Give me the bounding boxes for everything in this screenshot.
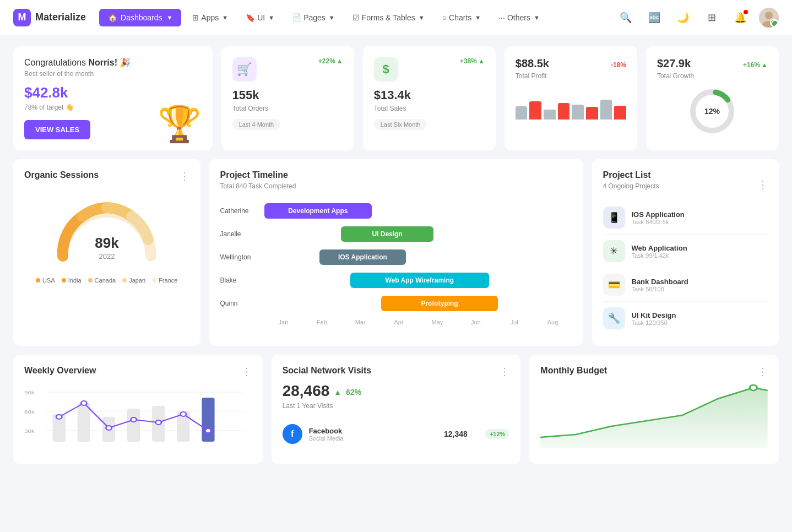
project-item-info: Web Application Task 99/1.42k [632, 244, 768, 259]
project-list-item: ✳ Web Application Task 99/1.42k [603, 235, 768, 268]
notifications-button[interactable]: 🔔 [730, 8, 750, 28]
monthly-budget-card: Monthly Budget ⋮ [529, 355, 779, 464]
apps-label: Apps [201, 13, 219, 22]
facebook-name: Facebook [309, 427, 437, 435]
sales-tag: Last Six Month [374, 119, 427, 130]
project-list-items: 📱 IOS Application Task 840/2.5k ✳ Web Ap… [603, 201, 768, 335]
project-list-item: 💳 Bank Dashboard Task 58/100 [603, 268, 768, 302]
svg-point-29 [750, 385, 757, 390]
chevron-down-icon: ▼ [475, 14, 481, 21]
congrats-subtitle: Best seller of the month [24, 70, 202, 78]
organic-sessions-menu[interactable]: ⋮ [180, 170, 189, 182]
project-item-name: IOS Application [632, 210, 768, 219]
legend-usa: USA [36, 277, 55, 284]
trophy-icon: 🏆 [158, 104, 202, 145]
stat-sales-header: $ +38% ▲ [374, 57, 485, 82]
project-list-card: Project List 4 Ongoing Projects ⋮ 📱 IOS … [592, 159, 779, 346]
weekly-overview-chart: 90k 60k 30k [24, 387, 252, 453]
charts-icon: ○ [442, 13, 447, 22]
view-sales-button[interactable]: VIEW SALES [24, 120, 90, 139]
chevron-down-icon: ▼ [329, 14, 335, 21]
charts-nav-item[interactable]: ○ Charts ▼ [436, 9, 488, 26]
project-item-icon: 📱 [603, 207, 625, 229]
theme-toggle-button[interactable]: 🌙 [673, 8, 693, 28]
timeline-title: Project Timeline [220, 170, 296, 180]
monthly-budget-chart [540, 382, 768, 448]
chevron-down-icon: ▼ [419, 14, 425, 21]
sales-badge: +38% ▲ [460, 57, 485, 65]
orders-tag: Last 4 Month [232, 119, 281, 130]
logo: M Materialize [13, 9, 86, 26]
ui-icon: 🔖 [246, 13, 255, 22]
pages-nav-item[interactable]: 📄 Pages ▼ [285, 9, 341, 26]
svg-text:12%: 12% [704, 107, 720, 116]
top-cards-row: Congratulations Norris! 🎉 Best seller of… [13, 46, 779, 150]
svg-text:89k: 89k [95, 235, 119, 251]
timeline-bar: Web App Wireframing [350, 273, 489, 288]
svg-point-23 [106, 426, 111, 430]
legend-usa-dot [36, 278, 40, 283]
chevron-down-icon: ▼ [268, 14, 274, 21]
total-growth-card: $27.9k +16% ▲ Total Growth 12% [646, 46, 779, 150]
avatar[interactable] [759, 8, 779, 28]
forms-tables-nav-item[interactable]: ☑ Forms & Tables ▼ [346, 9, 431, 26]
orders-icon: 🛒 [232, 57, 257, 82]
sales-value: $13.4k [374, 88, 485, 102]
profit-label: Total Profit [516, 72, 626, 80]
svg-point-25 [156, 420, 161, 425]
timeline-track: IOS Application [264, 249, 572, 265]
profit-bar [516, 106, 528, 120]
ui-nav-item[interactable]: 🔖 UI ▼ [239, 9, 281, 26]
svg-text:2022: 2022 [99, 252, 115, 260]
svg-point-26 [181, 412, 186, 416]
social-network-header: Social Network Visits ⋮ [283, 366, 510, 378]
orders-label: Total Orders [232, 105, 343, 112]
charts-label: Charts [449, 13, 471, 22]
grid-view-button[interactable]: ⊞ [702, 8, 722, 28]
translate-button[interactable]: 🔤 [644, 8, 664, 28]
congrats-title: Congratulations Norris! 🎉 [24, 57, 202, 68]
sales-label: Total Sales [374, 105, 485, 112]
legend-japan: Japan [122, 277, 145, 284]
svg-point-21 [56, 415, 62, 419]
legend-japan-label: Japan [129, 277, 145, 284]
svg-rect-20 [202, 398, 214, 442]
project-item-icon: 🔧 [603, 307, 625, 329]
weekly-overview-menu[interactable]: ⋮ [242, 366, 252, 378]
logo-icon: M [13, 9, 31, 26]
timeline-person-name: Blake [220, 276, 264, 284]
dashboards-label: Dashboards [121, 13, 162, 22]
social-item-facebook: f Facebook Social Media 12,348 +12% [283, 419, 510, 449]
profit-badge: -18% [611, 61, 626, 69]
svg-point-27 [205, 428, 211, 433]
total-sales-card: $ +38% ▲ $13.4k Total Sales Last Six Mon… [363, 46, 496, 150]
timeline-month-label: Jan [264, 319, 303, 325]
apps-nav-item[interactable]: ⊞ Apps ▼ [186, 9, 235, 26]
profit-bar [544, 110, 556, 120]
project-item-task: Task 120/350 [632, 319, 768, 326]
search-button[interactable]: 🔍 [616, 8, 636, 28]
profit-value: $88.5k [516, 57, 549, 70]
legend-canada-dot [88, 278, 93, 283]
timeline-month-label: May [418, 319, 457, 325]
monthly-budget-menu[interactable]: ⋮ [758, 366, 768, 378]
monthly-budget-header: Monthly Budget ⋮ [540, 366, 768, 378]
dashboards-button[interactable]: 🏠 Dashboards ▼ [99, 9, 181, 26]
timeline-person-name: Wellington [220, 253, 264, 261]
project-list-menu[interactable]: ⋮ [758, 178, 768, 191]
svg-point-24 [131, 417, 136, 422]
timeline-person-name: Quinn [220, 300, 264, 307]
project-item-task: Task 840/2.5k [632, 219, 768, 225]
svg-point-22 [81, 401, 86, 405]
project-item-info: UI Kit Design Task 120/350 [632, 311, 768, 326]
project-list-item: 📱 IOS Application Task 840/2.5k [603, 201, 768, 235]
social-network-menu[interactable]: ⋮ [500, 366, 509, 378]
timeline-bar: UI Design [341, 226, 433, 242]
project-item-info: IOS Application Task 840/2.5k [632, 210, 768, 225]
congrats-name: Norris! [89, 58, 117, 67]
timeline-month-label: Jul [495, 319, 534, 325]
organic-sessions-gauge: 89k 2022 [24, 184, 189, 273]
apps-grid-icon: ⊞ [192, 13, 199, 22]
others-nav-item[interactable]: ··· Others ▼ [492, 9, 546, 26]
middle-row: Organic Sessions ⋮ 89k 2022 [13, 159, 779, 346]
